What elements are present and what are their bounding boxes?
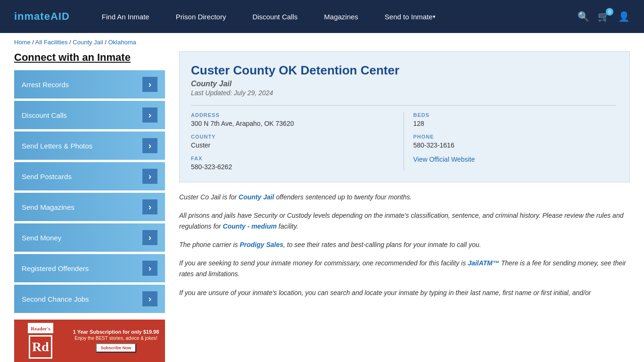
desc-para3-post: , to see their rates and best-calling pl… <box>283 241 481 248</box>
ad-left: Reader's Rd <box>14 320 67 362</box>
cart-badge: 0 <box>606 8 613 16</box>
arrow-icon-money: › <box>142 230 157 245</box>
main-nav: Find An Inmate Prison Directory Discount… <box>89 0 578 33</box>
sidebar-label-send-magazines: Send Magazines <box>22 203 74 211</box>
nav-prison-directory[interactable]: Prison Directory <box>163 0 239 33</box>
sidebar-title: Connect with an Inmate <box>14 51 165 64</box>
nav-discount-calls[interactable]: Discount Calls <box>239 0 311 33</box>
phone-value: 580-323-1616 <box>413 141 617 149</box>
facility-name: Custer County OK Detention Center <box>191 63 616 78</box>
desc-para5: If you are unsure of your inmate's locat… <box>179 288 630 298</box>
header-icons: 🔍 🛒 0 👤 <box>578 11 630 22</box>
arrow-icon-jobs: › <box>142 291 157 306</box>
ad-rd-logo: Rd <box>29 335 52 359</box>
arrow-icon-offenders: › <box>142 261 157 276</box>
county-label: COUNTY <box>191 134 394 140</box>
nav-find-inmate[interactable]: Find An Inmate <box>89 0 163 33</box>
logo[interactable]: inmateAID <box>14 10 70 23</box>
breadcrumb: Home / All Facilities / County Jail / Ok… <box>0 33 644 51</box>
county-jail-link[interactable]: County Jail <box>239 193 274 201</box>
breadcrumb-home[interactable]: Home <box>14 39 31 46</box>
facility-updated: Last Updated: July 29, 2024 <box>191 89 616 97</box>
sidebar-label-second-chance: Second Chance Jobs <box>22 295 89 303</box>
breadcrumb-all-facilities[interactable]: All Facilities <box>35 39 68 46</box>
address-label: ADDRESS <box>191 112 394 118</box>
arrow-icon-arrest: › <box>142 77 157 92</box>
facility-info: ADDRESS 300 N 7th Ave, Arapaho, OK 73620… <box>191 105 616 171</box>
ad-title: 1 Year Subscription for only $19.98 <box>73 329 159 335</box>
info-right: BEDS 128 PHONE 580-323-1616 View Officia… <box>404 112 617 171</box>
facility-card: Custer County OK Detention Center County… <box>179 51 630 182</box>
ad-subtitle: Enjoy the BEST stories, advice & jokes! <box>74 336 157 341</box>
breadcrumb-state[interactable]: Oklahoma <box>108 39 136 46</box>
breadcrumb-county-jail[interactable]: County Jail <box>73 39 103 46</box>
fax-label: FAX <box>191 156 394 161</box>
facility-description: Custer Co Jail is for County Jail offend… <box>179 192 630 298</box>
arrow-icon-magazines: › <box>142 199 157 214</box>
desc-para2: All prisons and jails have Security or C… <box>179 210 630 232</box>
address-value: 300 N 7th Ave, Arapaho, OK 73620 <box>191 120 394 127</box>
nav-send-to-inmate[interactable]: Send to Inmate <box>372 0 449 33</box>
arrow-icon-discount: › <box>142 107 157 123</box>
desc-para2-post: facility. <box>277 222 298 230</box>
fax-value: 580-323-6262 <box>191 163 394 171</box>
sidebar-item-registered-offenders[interactable]: Registered Offenders › <box>14 254 165 282</box>
sidebar-label-arrest-records: Arrest Records <box>22 81 69 89</box>
sidebar-item-second-chance[interactable]: Second Chance Jobs › <box>14 285 165 313</box>
sidebar-item-send-magazines[interactable]: Send Magazines › <box>14 193 165 221</box>
ad-subscribe-button[interactable]: Subscribe Now <box>96 343 136 353</box>
county-medium-link[interactable]: County - medium <box>223 222 277 230</box>
phone-label: PHONE <box>413 134 617 140</box>
desc-para5-text: If you are unsure of your inmate's locat… <box>179 289 591 296</box>
info-left: ADDRESS 300 N 7th Ave, Arapaho, OK 73620… <box>191 112 404 171</box>
main-container: Connect with an Inmate Arrest Records › … <box>0 51 644 362</box>
sidebar-label-send-postcards: Send Postcards <box>22 173 72 181</box>
sidebar-label-send-money: Send Money <box>22 234 61 242</box>
cart-icon[interactable]: 🛒 0 <box>598 11 610 22</box>
arrow-icon-letters: › <box>142 138 157 153</box>
jailatm-link[interactable]: JailATM™ <box>468 259 499 267</box>
desc-para1-post: offenders sentenced up to twenty four mo… <box>274 193 412 201</box>
sidebar-item-arrest-records[interactable]: Arrest Records › <box>14 70 165 99</box>
sidebar-item-send-money[interactable]: Send Money › <box>14 223 165 252</box>
nav-magazines[interactable]: Magazines <box>311 0 372 33</box>
facility-type: County Jail <box>191 80 616 88</box>
desc-para1: Custer Co Jail is for County Jail offend… <box>179 192 630 203</box>
logo-inmate: inmate <box>14 10 50 22</box>
website-link[interactable]: View Official Website <box>413 156 475 163</box>
logo-aid: AID <box>50 10 70 22</box>
beds-value: 128 <box>413 120 617 127</box>
sidebar-item-send-postcards[interactable]: Send Postcards › <box>14 162 165 190</box>
ad-content: Reader's Rd 1 Year Subscription for only… <box>14 320 165 362</box>
sidebar-label-send-letters: Send Letters & Photos <box>22 142 92 150</box>
ad-small-text: Reader's <box>31 326 50 331</box>
sidebar: Connect with an Inmate Arrest Records › … <box>14 51 165 362</box>
county-value: Custer <box>191 141 394 149</box>
logo-text: inmateAID <box>14 10 70 23</box>
main-content: Custer County OK Detention Center County… <box>179 51 630 362</box>
sidebar-item-discount-calls[interactable]: Discount Calls › <box>14 101 165 129</box>
beds-label: BEDS <box>413 112 617 118</box>
sidebar-item-send-letters[interactable]: Send Letters & Photos › <box>14 132 165 160</box>
desc-para1-pre: Custer Co Jail is for <box>179 193 239 201</box>
sidebar-label-discount-calls: Discount Calls <box>22 111 67 119</box>
desc-para3-pre: The phone carrier is <box>179 241 239 248</box>
desc-para4: If you are seeking to send your inmate m… <box>179 258 630 280</box>
arrow-icon-postcards: › <box>142 169 157 184</box>
prodigy-sales-link[interactable]: Prodigy Sales <box>239 241 283 248</box>
sidebar-label-registered-offenders: Registered Offenders <box>22 264 89 272</box>
search-icon[interactable]: 🔍 <box>578 11 589 22</box>
user-icon[interactable]: 👤 <box>618 11 630 22</box>
header: inmateAID Find An Inmate Prison Director… <box>0 0 644 33</box>
desc-para3: The phone carrier is Prodigy Sales, to s… <box>179 239 630 250</box>
ad-right-content: 1 Year Subscription for only $19.98 Enjo… <box>67 320 165 362</box>
desc-para4-pre: If you are seeking to send your inmate m… <box>179 259 468 267</box>
sidebar-ad[interactable]: Reader's Rd 1 Year Subscription for only… <box>14 320 165 362</box>
